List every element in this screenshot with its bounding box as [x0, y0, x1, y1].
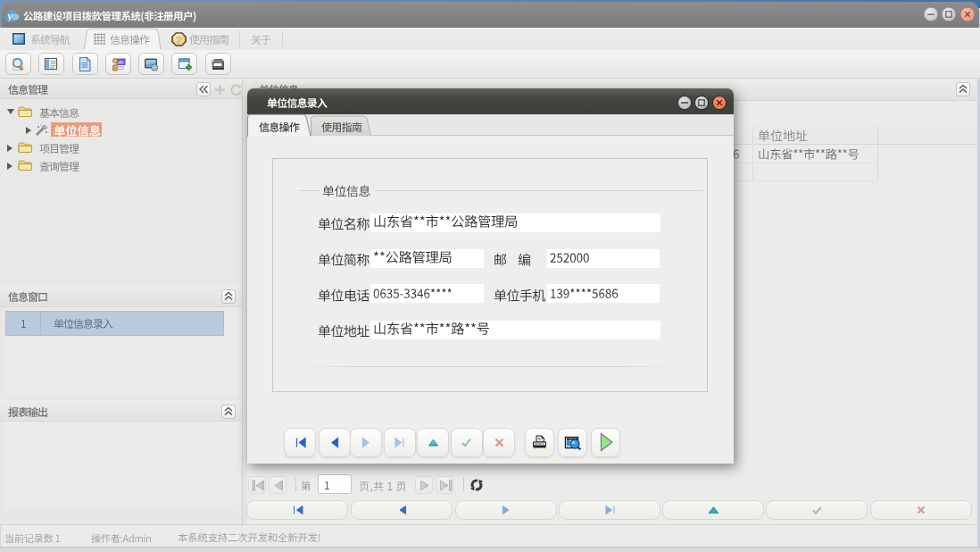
svg-text:y: y	[5, 10, 12, 21]
svg-text:?: ?	[175, 34, 181, 45]
